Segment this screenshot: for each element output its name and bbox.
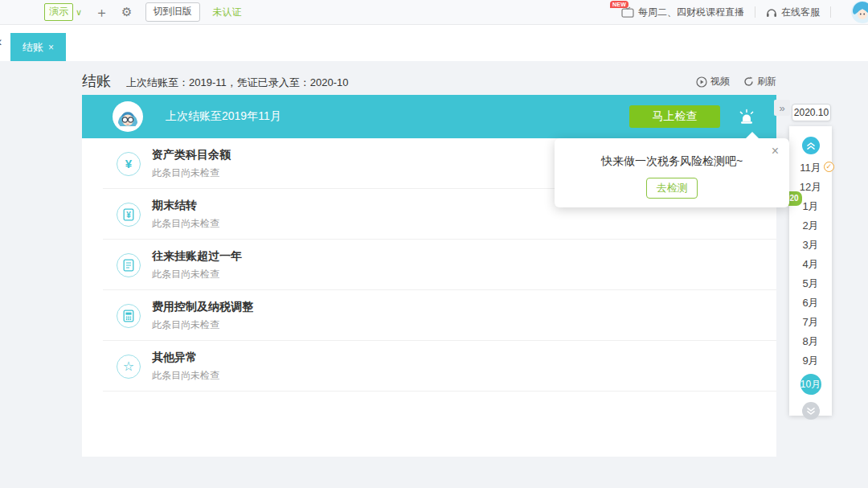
scroll-up-icon[interactable] bbox=[802, 137, 820, 154]
user-avatar[interactable] bbox=[851, 1, 868, 23]
month-item-may[interactable]: 5月 bbox=[802, 277, 818, 289]
tab-scroll-left-icon[interactable]: ‹ bbox=[0, 35, 2, 49]
uncertified-status[interactable]: 未认证 bbox=[213, 6, 242, 19]
month-item-mar[interactable]: 3月 bbox=[802, 239, 818, 251]
live-course-link[interactable]: NEW 每周二、四财税课程直播 bbox=[621, 6, 744, 19]
tab-closing[interactable]: 结账 × bbox=[10, 33, 66, 61]
checklist-item-pending-over-one-year[interactable]: 往来挂账超过一年 此条目尚未检查 bbox=[82, 240, 776, 290]
checklist-item-title: 往来挂账超过一年 bbox=[152, 249, 242, 264]
checklist-item-title: 费用控制及纳税调整 bbox=[152, 300, 253, 314]
popup-arrow bbox=[746, 132, 759, 138]
mascot-avatar bbox=[113, 101, 143, 132]
go-detect-button[interactable]: 去检测 bbox=[646, 178, 698, 199]
account-mode-dropdown[interactable]: 演示 ∨ bbox=[44, 3, 82, 21]
month-timeline: 11月 ✓ 12月 2020 1月 2月 3月 4月 5月 6月 7月 8月 9… bbox=[789, 126, 832, 416]
headset-icon bbox=[766, 7, 777, 18]
tab-close-icon[interactable]: × bbox=[48, 42, 54, 53]
check-now-button[interactable]: 马上检查 bbox=[629, 105, 720, 128]
chevron-down-icon: ∨ bbox=[76, 7, 82, 18]
play-circle-icon bbox=[696, 76, 707, 88]
checked-badge-icon: ✓ bbox=[824, 162, 834, 172]
star-icon: ☆ bbox=[117, 355, 141, 379]
divider bbox=[755, 6, 755, 18]
refresh-label: 刷新 bbox=[757, 75, 776, 88]
checklist-item-title: 期末结转 bbox=[152, 199, 219, 213]
tab-label: 结账 bbox=[23, 40, 43, 55]
video-button[interactable]: 视频 bbox=[696, 75, 730, 88]
checklist-item-status: 此条目尚未检查 bbox=[152, 217, 219, 231]
topbar: 演示 ∨ ＋ ⚙ 切到旧版 未认证 NEW 每周二、四财税课程直播 在线客服 bbox=[0, 0, 868, 25]
closing-banner: 上次结账至2019年11月 马上检查 bbox=[82, 95, 776, 138]
popup-message: 快来做一次税务风险检测吧~ bbox=[555, 138, 789, 169]
live-course-label: 每周二、四财税课程直播 bbox=[638, 6, 744, 19]
add-icon[interactable]: ＋ bbox=[95, 6, 108, 19]
popup-close-icon[interactable]: × bbox=[772, 145, 779, 158]
tax-risk-popup: × 快来做一次税务风险检测吧~ 去检测 bbox=[555, 138, 789, 207]
collapse-handle-icon[interactable]: » bbox=[774, 100, 790, 116]
month-item-jan[interactable]: 2020 1月 bbox=[802, 200, 818, 212]
month-item-dec[interactable]: 12月 bbox=[800, 181, 821, 193]
yen-document-icon: ¥ bbox=[117, 203, 141, 227]
month-item-sep[interactable]: 9月 bbox=[802, 355, 818, 367]
demo-mode-badge[interactable]: 演示 bbox=[44, 3, 73, 21]
month-item-oct-active[interactable]: 10月 bbox=[800, 374, 821, 395]
new-badge: NEW bbox=[610, 1, 628, 8]
checklist-item-status: 此条目尚未检查 bbox=[152, 369, 219, 383]
closing-period-summary: 上次结账至：2019-11，凭证已录入至：2020-10 bbox=[126, 76, 348, 90]
checklist-item-expense-tax-adjustment[interactable]: 费用控制及纳税调整 此条目尚未检查 bbox=[82, 290, 776, 341]
online-support-label: 在线客服 bbox=[781, 6, 820, 19]
document-icon bbox=[117, 253, 141, 277]
tv-icon bbox=[621, 6, 634, 18]
scroll-down-icon[interactable] bbox=[802, 402, 820, 420]
yen-icon: ¥ bbox=[117, 152, 141, 176]
gear-icon[interactable]: ⚙ bbox=[121, 6, 132, 18]
checklist-item-title: 资产类科目余额 bbox=[152, 148, 231, 162]
month-item-jul[interactable]: 7月 bbox=[802, 316, 818, 328]
month-item-apr[interactable]: 4月 bbox=[802, 258, 818, 270]
tab-bar: ‹ 结账 × bbox=[0, 25, 868, 61]
banner-message: 上次结账至2019年11月 bbox=[166, 109, 281, 124]
checklist-item-status: 此条目尚未检查 bbox=[152, 318, 253, 332]
checklist-item-status: 此条目尚未检查 bbox=[152, 268, 242, 281]
checklist-item-status: 此条目尚未检查 bbox=[152, 166, 231, 180]
svg-text:¥: ¥ bbox=[126, 210, 131, 219]
page-title: 结账 bbox=[82, 72, 111, 91]
online-support-link[interactable]: 在线客服 bbox=[766, 6, 820, 19]
switch-old-version-button[interactable]: 切到旧版 bbox=[145, 2, 200, 22]
video-label: 视频 bbox=[710, 75, 730, 88]
month-item-aug[interactable]: 8月 bbox=[802, 335, 818, 347]
refresh-icon bbox=[743, 76, 754, 87]
month-item-jun[interactable]: 6月 bbox=[802, 297, 818, 309]
refresh-button[interactable]: 刷新 bbox=[743, 75, 776, 88]
calculator-icon bbox=[117, 304, 141, 328]
checklist-item-title: 其他异常 bbox=[152, 351, 219, 365]
checklist-item-other-anomalies[interactable]: ☆ 其他异常 此条目尚未检查 bbox=[82, 341, 776, 392]
siren-alert-icon[interactable] bbox=[738, 109, 755, 125]
divider bbox=[830, 6, 831, 18]
month-item-feb[interactable]: 2月 bbox=[802, 219, 818, 232]
month-item-nov[interactable]: 11月 ✓ bbox=[800, 162, 821, 174]
current-period-box[interactable]: 2020.10 bbox=[792, 104, 831, 121]
